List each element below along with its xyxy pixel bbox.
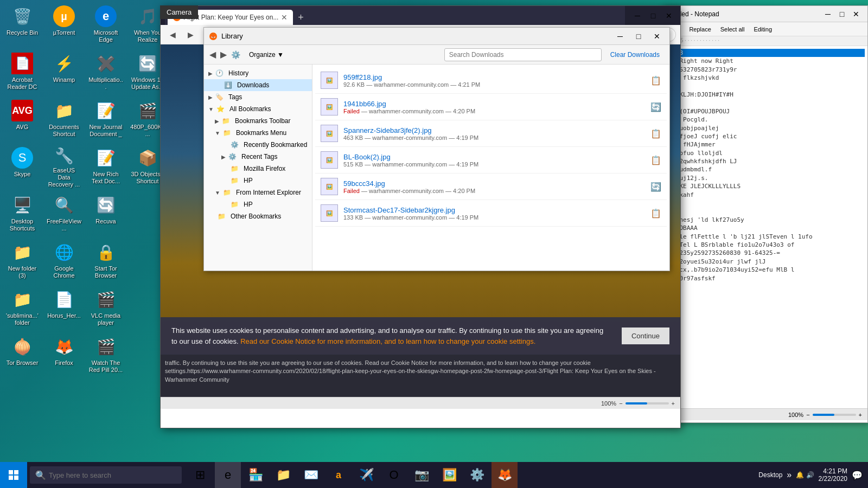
icon-google-chrome[interactable]: 🌐 Google Chrome bbox=[44, 239, 84, 285]
icon-winamp[interactable]: ⚡ Winamp bbox=[44, 50, 84, 96]
lib-tree-item-8[interactable]: 📁Mozilla Firefox bbox=[204, 163, 312, 175]
taskbar-task-view[interactable]: ⊞ bbox=[187, 462, 213, 488]
tree-icon-10: 📁 bbox=[223, 189, 231, 196]
icon-avg[interactable]: AVG AVG bbox=[3, 97, 42, 143]
notepad-minimize-button[interactable]: ─ bbox=[821, 7, 835, 21]
icon-utorrent[interactable]: µ µTorrent bbox=[44, 3, 84, 49]
browser-close-button[interactable]: ✕ bbox=[662, 9, 676, 23]
taskbar-mail[interactable]: ✉️ bbox=[298, 462, 324, 488]
organize-button[interactable]: Organize ▼ bbox=[245, 49, 288, 60]
dl-filename-1[interactable]: 1941bb66.jpg bbox=[343, 100, 645, 108]
download-item-0: 🖼️ 959ff218.jpg 92.6 KB — warhammer-comm… bbox=[315, 67, 667, 94]
lib-tree-item-10[interactable]: ▼📁From Internet Explorer bbox=[204, 187, 312, 198]
taskbar-photos[interactable]: 🖼️ bbox=[436, 462, 462, 488]
dl-filename-4[interactable]: 59bccc34.jpg bbox=[343, 179, 645, 188]
icon-watch-red-pill[interactable]: 🎬 Watch The Red Pill 20... bbox=[86, 333, 125, 379]
icon-edge[interactable]: e Microsoft Edge bbox=[86, 3, 125, 49]
notepad-zoom-out[interactable]: − bbox=[806, 412, 809, 418]
icon-new-folder[interactable]: 📁 New folder (3) bbox=[3, 239, 42, 285]
icon-sublimina[interactable]: 📁 'sublimina...' folder bbox=[3, 286, 42, 332]
tab-close-button[interactable]: ✕ bbox=[281, 13, 288, 22]
taskbar-store[interactable]: 🏪 bbox=[242, 462, 269, 488]
notepad-select-all-menu[interactable]: Select all bbox=[717, 25, 748, 34]
notepad-maximize-button[interactable]: □ bbox=[835, 7, 849, 21]
notepad-editing-menu[interactable]: Editing bbox=[750, 25, 775, 34]
icon-skype[interactable]: S Skype bbox=[3, 144, 42, 190]
browser-maximize-button[interactable]: □ bbox=[646, 9, 660, 23]
dl-action-5[interactable]: 📋 bbox=[650, 208, 661, 219]
dl-filename-2[interactable]: Spannerz-Sidebar3jfe(2).jpg bbox=[343, 126, 645, 134]
lib-tree-item-11[interactable]: 📁HP bbox=[204, 198, 312, 210]
lib-tree-item-4[interactable]: ▶📁Bookmarks Toolbar bbox=[204, 115, 312, 127]
dl-filename-0[interactable]: 959ff218.jpg bbox=[343, 73, 645, 81]
start-button[interactable] bbox=[0, 462, 27, 488]
dl-filename-5[interactable]: Stormcast-Dec17-Sidebar2kjgre.jpg bbox=[343, 206, 645, 214]
notepad-zoom-in[interactable]: + bbox=[859, 412, 862, 418]
dl-filename-3[interactable]: BL-Book(2).jpg bbox=[343, 153, 645, 161]
taskbar-firefox-app[interactable]: 🦊 bbox=[492, 462, 518, 488]
taskbar-opera[interactable]: O bbox=[381, 462, 407, 488]
notepad-replace-menu[interactable]: Replace bbox=[686, 25, 714, 34]
icon-documents-shortcut[interactable]: 📁 Documents Shortcut bbox=[44, 97, 84, 143]
lib-forward-button[interactable]: ▶ bbox=[220, 49, 227, 60]
cookie-link[interactable]: Read our Cookie Notice for more informat… bbox=[240, 337, 535, 345]
back-button[interactable]: ◀ bbox=[165, 27, 180, 42]
library-minimize-button[interactable]: ─ bbox=[613, 29, 627, 43]
dl-action-1[interactable]: 🔄 bbox=[650, 102, 661, 112]
zoom-out-button[interactable]: − bbox=[619, 400, 622, 407]
dl-action-4[interactable]: 🔄 bbox=[650, 182, 661, 192]
notepad-line-17: jhfskahf bbox=[665, 191, 865, 199]
notepad-close-button[interactable]: ✕ bbox=[849, 7, 863, 21]
notepad-text-content[interactable]: utf-8ow' Right now Right20-2532705823r73… bbox=[662, 46, 867, 408]
dl-action-3[interactable]: 📋 bbox=[650, 155, 661, 165]
library-maximize-button[interactable]: □ bbox=[631, 29, 646, 43]
icon-recycle-bin[interactable]: 🗑️ Recycle Bin bbox=[3, 3, 42, 49]
lib-tree-item-12[interactable]: 📁Other Bookmarks bbox=[204, 210, 312, 222]
icon-easeus[interactable]: 🔧 EaseUS Data Recovery ... bbox=[44, 144, 84, 190]
icon-firefox[interactable]: 🦊 Firefox bbox=[44, 333, 84, 379]
icon-horus[interactable]: 📄 Horus_Her... bbox=[44, 286, 84, 332]
library-search-input[interactable] bbox=[444, 48, 602, 61]
lib-tree-item-0[interactable]: ▶🕐History bbox=[204, 67, 312, 79]
lib-tree-item-7[interactable]: ▶⚙️Recent Tags bbox=[204, 151, 312, 163]
icon-desktop-shortcuts[interactable]: 🖥️ Desktop Shortcuts bbox=[3, 191, 42, 237]
taskbar-camera-app[interactable]: 📷 bbox=[409, 462, 435, 488]
icon-multiplication[interactable]: ✖️ Multiplicatio... bbox=[86, 50, 125, 96]
taskbar-search-input[interactable] bbox=[49, 471, 168, 479]
notification-center[interactable]: 💬 bbox=[852, 470, 863, 480]
icon-recuva[interactable]: 🔄 Recuva bbox=[86, 191, 125, 237]
icon-start-tor[interactable]: 🔒 Start Tor Browser bbox=[86, 239, 125, 285]
cookie-continue-button[interactable]: Continue bbox=[622, 328, 669, 344]
clear-downloads-button[interactable]: Clear Downloads bbox=[606, 49, 664, 60]
dl-action-0[interactable]: 📋 bbox=[650, 75, 661, 86]
dl-action-2[interactable]: 📋 bbox=[650, 129, 661, 139]
notepad-zoom-slider[interactable] bbox=[813, 414, 856, 416]
icon-new-rich-text[interactable]: 📝 New Rich Text Doc... bbox=[86, 144, 125, 190]
icon-freefileview[interactable]: 🔍 FreeFileView... bbox=[44, 191, 84, 237]
lib-tree-item-3[interactable]: ▼⭐All Bookmarks bbox=[204, 103, 312, 115]
taskbar-amazon[interactable]: a bbox=[326, 462, 352, 488]
browser-minimize-button[interactable]: ─ bbox=[630, 9, 644, 23]
library-close-button[interactable]: ✕ bbox=[650, 29, 664, 43]
lib-tree-item-9[interactable]: 📁HP bbox=[204, 175, 312, 187]
icon-acrobat[interactable]: 📄 Acrobat Reader DC bbox=[3, 50, 42, 96]
taskbar-edge[interactable]: e bbox=[215, 462, 241, 488]
tree-icon-6: ⚙️ bbox=[231, 141, 239, 149]
taskbar-search[interactable]: 🔍 bbox=[30, 466, 182, 484]
lib-back-button[interactable]: ◀ bbox=[209, 49, 216, 60]
icon-vlc[interactable]: 🎬 VLC media player bbox=[86, 286, 125, 332]
taskbar-app2[interactable]: ⚙️ bbox=[464, 462, 490, 488]
lib-tree-item-1[interactable]: ⬇️Downloads bbox=[204, 79, 312, 91]
taskbar-explorer[interactable]: 📁 bbox=[270, 462, 296, 488]
lib-tree-item-6[interactable]: ⚙️Recently Bookmarked bbox=[204, 139, 312, 151]
lib-tree-item-2[interactable]: ▶🏷️Tags bbox=[204, 91, 312, 103]
zoom-in-button[interactable]: + bbox=[672, 400, 675, 407]
zoom-slider[interactable] bbox=[626, 402, 669, 404]
lib-tree-item-5[interactable]: ▼📁Bookmarks Menu bbox=[204, 127, 312, 139]
taskbar-tripadvisor[interactable]: ✈️ bbox=[353, 462, 379, 488]
forward-button[interactable]: ▶ bbox=[183, 27, 198, 42]
taskbar-clock[interactable]: 4:21 PM 2/22/2020 bbox=[819, 467, 847, 483]
icon-tor-browser[interactable]: 🧅 Tor Browser bbox=[3, 333, 42, 379]
new-tab-button[interactable]: + bbox=[293, 10, 308, 25]
icon-new-journal[interactable]: 📝 New Journal Document _ bbox=[86, 97, 125, 143]
